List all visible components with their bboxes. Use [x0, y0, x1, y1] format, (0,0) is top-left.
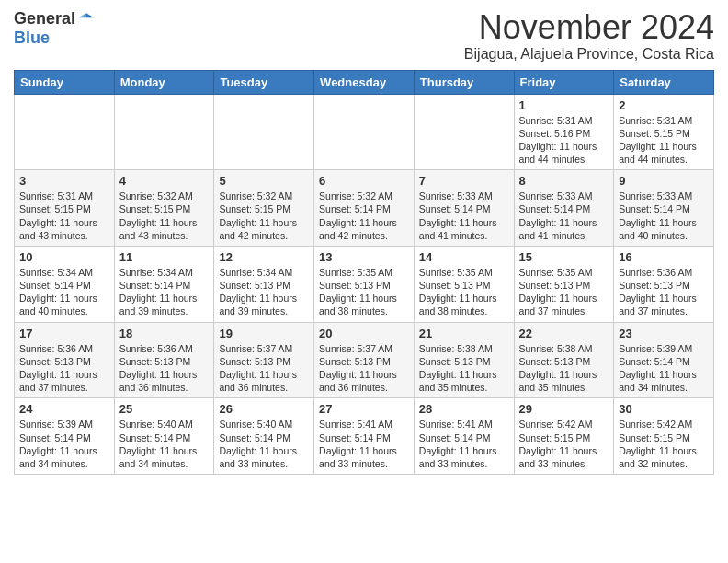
calendar-cell: 8Sunrise: 5:33 AM Sunset: 5:14 PM Daylig…: [514, 170, 614, 247]
calendar-cell: 12Sunrise: 5:34 AM Sunset: 5:13 PM Dayli…: [214, 246, 314, 322]
calendar-week-2: 3Sunrise: 5:31 AM Sunset: 5:15 PM Daylig…: [15, 170, 714, 247]
svg-marker-0: [86, 13, 94, 17]
logo-blue-text: Blue: [14, 29, 50, 48]
day-info: Sunrise: 5:32 AM Sunset: 5:15 PM Dayligh…: [219, 190, 309, 242]
calendar-cell: 4Sunrise: 5:32 AM Sunset: 5:15 PM Daylig…: [114, 170, 214, 247]
day-info: Sunrise: 5:40 AM Sunset: 5:14 PM Dayligh…: [119, 418, 210, 470]
calendar-cell: [214, 94, 314, 170]
day-number: 16: [619, 250, 709, 264]
calendar-week-4: 17Sunrise: 5:36 AM Sunset: 5:13 PM Dayli…: [15, 322, 714, 398]
day-number: 11: [119, 250, 210, 264]
day-number: 10: [19, 250, 109, 264]
day-number: 22: [519, 327, 609, 340]
day-info: Sunrise: 5:36 AM Sunset: 5:13 PM Dayligh…: [619, 266, 709, 318]
calendar-week-3: 10Sunrise: 5:34 AM Sunset: 5:14 PM Dayli…: [15, 246, 714, 322]
day-info: Sunrise: 5:35 AM Sunset: 5:13 PM Dayligh…: [419, 266, 509, 318]
day-header-sunday: Sunday: [15, 70, 115, 94]
day-number: 23: [619, 327, 709, 340]
calendar-cell: 18Sunrise: 5:36 AM Sunset: 5:13 PM Dayli…: [114, 322, 214, 398]
day-info: Sunrise: 5:34 AM Sunset: 5:14 PM Dayligh…: [19, 266, 109, 318]
day-number: 14: [419, 250, 509, 264]
calendar-cell: 23Sunrise: 5:39 AM Sunset: 5:14 PM Dayli…: [614, 322, 714, 398]
day-number: 12: [219, 250, 309, 264]
logo-blue: Blue: [14, 29, 50, 47]
day-number: 27: [319, 402, 409, 416]
day-number: 9: [619, 174, 709, 188]
day-number: 6: [319, 174, 409, 188]
page-container: General Blue November 2024 Bijagua, Alaj…: [0, 0, 728, 484]
calendar-cell: 25Sunrise: 5:40 AM Sunset: 5:14 PM Dayli…: [114, 398, 214, 475]
day-info: Sunrise: 5:33 AM Sunset: 5:14 PM Dayligh…: [519, 190, 609, 242]
day-info: Sunrise: 5:35 AM Sunset: 5:13 PM Dayligh…: [319, 266, 409, 318]
calendar-cell: [314, 94, 415, 170]
day-info: Sunrise: 5:38 AM Sunset: 5:13 PM Dayligh…: [419, 342, 509, 395]
calendar-cell: 9Sunrise: 5:33 AM Sunset: 5:14 PM Daylig…: [614, 170, 714, 247]
calendar-cell: 10Sunrise: 5:34 AM Sunset: 5:14 PM Dayli…: [15, 246, 115, 322]
day-number: 4: [119, 174, 210, 188]
day-info: Sunrise: 5:34 AM Sunset: 5:13 PM Dayligh…: [219, 266, 309, 318]
day-number: 24: [19, 402, 109, 416]
title-block: November 2024 Bijagua, Alajuela Province…: [464, 9, 714, 63]
calendar-cell: 22Sunrise: 5:38 AM Sunset: 5:13 PM Dayli…: [514, 322, 614, 398]
day-number: 7: [419, 174, 509, 188]
day-number: 17: [19, 327, 109, 340]
day-number: 19: [219, 327, 309, 340]
day-info: Sunrise: 5:31 AM Sunset: 5:16 PM Dayligh…: [519, 114, 609, 167]
calendar-cell: 21Sunrise: 5:38 AM Sunset: 5:13 PM Dayli…: [414, 322, 514, 398]
calendar-cell: 26Sunrise: 5:40 AM Sunset: 5:14 PM Dayli…: [214, 398, 314, 475]
day-info: Sunrise: 5:41 AM Sunset: 5:14 PM Dayligh…: [319, 418, 409, 470]
calendar-cell: 6Sunrise: 5:32 AM Sunset: 5:14 PM Daylig…: [314, 170, 415, 247]
calendar-cell: 15Sunrise: 5:35 AM Sunset: 5:13 PM Dayli…: [514, 246, 614, 322]
calendar-cell: 19Sunrise: 5:37 AM Sunset: 5:13 PM Dayli…: [214, 322, 314, 398]
day-header-thursday: Thursday: [414, 70, 514, 94]
calendar-cell: 11Sunrise: 5:34 AM Sunset: 5:14 PM Dayli…: [114, 246, 214, 322]
day-number: 15: [519, 250, 609, 264]
day-number: 20: [319, 327, 409, 340]
calendar-cell: 24Sunrise: 5:39 AM Sunset: 5:14 PM Dayli…: [15, 398, 115, 475]
day-info: Sunrise: 5:39 AM Sunset: 5:14 PM Dayligh…: [619, 342, 709, 395]
logo-text: General: [14, 9, 96, 29]
day-info: Sunrise: 5:36 AM Sunset: 5:13 PM Dayligh…: [119, 342, 210, 395]
calendar-header-row: SundayMondayTuesdayWednesdayThursdayFrid…: [15, 70, 714, 94]
day-info: Sunrise: 5:33 AM Sunset: 5:14 PM Dayligh…: [419, 190, 509, 242]
day-number: 8: [519, 174, 609, 188]
day-info: Sunrise: 5:37 AM Sunset: 5:13 PM Dayligh…: [219, 342, 309, 395]
day-info: Sunrise: 5:42 AM Sunset: 5:15 PM Dayligh…: [619, 418, 709, 470]
day-info: Sunrise: 5:35 AM Sunset: 5:13 PM Dayligh…: [519, 266, 609, 318]
calendar-cell: [414, 94, 514, 170]
day-number: 28: [419, 402, 509, 416]
day-info: Sunrise: 5:38 AM Sunset: 5:13 PM Dayligh…: [519, 342, 609, 395]
day-number: 5: [219, 174, 309, 188]
calendar-cell: 30Sunrise: 5:42 AM Sunset: 5:15 PM Dayli…: [614, 398, 714, 475]
day-header-saturday: Saturday: [614, 70, 714, 94]
day-number: 21: [419, 327, 509, 340]
day-info: Sunrise: 5:40 AM Sunset: 5:14 PM Dayligh…: [219, 418, 309, 470]
day-info: Sunrise: 5:41 AM Sunset: 5:14 PM Dayligh…: [419, 418, 509, 470]
calendar-cell: 14Sunrise: 5:35 AM Sunset: 5:13 PM Dayli…: [414, 246, 514, 322]
calendar-cell: [114, 94, 214, 170]
calendar-cell: 27Sunrise: 5:41 AM Sunset: 5:14 PM Dayli…: [314, 398, 415, 475]
calendar-cell: 5Sunrise: 5:32 AM Sunset: 5:15 PM Daylig…: [214, 170, 314, 247]
month-title: November 2024: [464, 9, 714, 46]
page-header: General Blue November 2024 Bijagua, Alaj…: [14, 9, 714, 63]
day-number: 26: [219, 402, 309, 416]
calendar-cell: 1Sunrise: 5:31 AM Sunset: 5:16 PM Daylig…: [514, 94, 614, 170]
calendar-cell: 17Sunrise: 5:36 AM Sunset: 5:13 PM Dayli…: [15, 322, 115, 398]
calendar-cell: 29Sunrise: 5:42 AM Sunset: 5:15 PM Dayli…: [514, 398, 614, 475]
day-number: 2: [619, 98, 709, 112]
calendar-cell: 2Sunrise: 5:31 AM Sunset: 5:15 PM Daylig…: [614, 94, 714, 170]
day-number: 13: [319, 250, 409, 264]
logo: General Blue: [14, 9, 96, 48]
logo-bird-icon: [77, 10, 96, 29]
calendar-cell: 7Sunrise: 5:33 AM Sunset: 5:14 PM Daylig…: [414, 170, 514, 247]
day-number: 18: [119, 327, 210, 340]
calendar-cell: 13Sunrise: 5:35 AM Sunset: 5:13 PM Dayli…: [314, 246, 415, 322]
logo-general: General: [14, 9, 75, 29]
day-header-tuesday: Tuesday: [214, 70, 314, 94]
location: Bijagua, Alajuela Province, Costa Rica: [464, 46, 714, 63]
calendar-cell: 3Sunrise: 5:31 AM Sunset: 5:15 PM Daylig…: [15, 170, 115, 247]
calendar-cell: [15, 94, 115, 170]
day-number: 30: [619, 402, 709, 416]
calendar-week-1: 1Sunrise: 5:31 AM Sunset: 5:16 PM Daylig…: [15, 94, 714, 170]
day-info: Sunrise: 5:39 AM Sunset: 5:14 PM Dayligh…: [19, 418, 109, 470]
